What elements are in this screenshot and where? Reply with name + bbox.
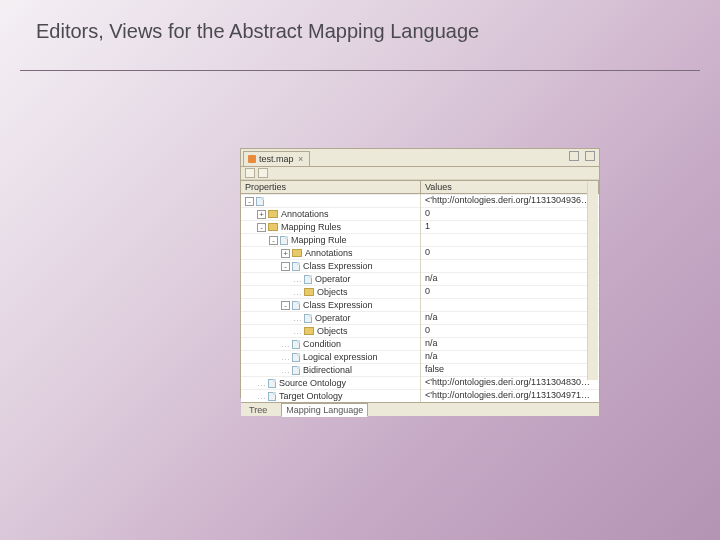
value-cell[interactable]: <'http://ontologies.deri.org/11313049361…: [421, 194, 599, 207]
file-icon: [292, 262, 300, 271]
value-cell[interactable]: n/a: [421, 350, 599, 363]
tree-guide: …: [257, 378, 268, 388]
tree-label: Objects: [317, 326, 348, 336]
tree-row[interactable]: …Target Ontology: [241, 389, 420, 402]
tab-tree[interactable]: Tree: [245, 404, 271, 416]
value-cell[interactable]: <'http://ontologies.deri.org/11313048300…: [421, 376, 599, 389]
value-cell[interactable]: <'http://ontologies.deri.org/11313049716…: [421, 389, 599, 402]
file-icon: [248, 155, 256, 163]
value-cell[interactable]: false: [421, 363, 599, 376]
tree-guide: …: [293, 326, 304, 336]
value-cell[interactable]: n/a: [421, 272, 599, 285]
value-cell[interactable]: 1: [421, 220, 599, 233]
tree-column: -+Annotations-Mapping Rules-Mapping Rule…: [241, 194, 421, 402]
value-cell[interactable]: [421, 233, 599, 246]
value-cell[interactable]: 0: [421, 285, 599, 298]
bottom-tabbar: Tree Mapping Language: [241, 402, 599, 416]
tree-guide: …: [281, 339, 292, 349]
folder-icon: [304, 288, 314, 296]
minimize-icon[interactable]: [569, 151, 579, 161]
tree-row[interactable]: …Operator: [241, 272, 420, 285]
folder-icon: [268, 223, 278, 231]
tree-row[interactable]: …Condition: [241, 337, 420, 350]
tree-label: Class Expression: [303, 300, 373, 310]
property-grid: Properties Values -+Annotations-Mapping …: [241, 180, 599, 402]
column-header-properties[interactable]: Properties: [241, 181, 421, 194]
tree-row[interactable]: +Annotations: [241, 207, 420, 220]
editor-tab-testmap[interactable]: test.map ×: [243, 151, 310, 166]
value-cell[interactable]: 0: [421, 246, 599, 259]
toolbar: [241, 167, 599, 180]
tree-row[interactable]: -Class Expression: [241, 259, 420, 272]
folder-icon: [292, 249, 302, 257]
tree-label: Logical expression: [303, 352, 378, 362]
tree-label: Class Expression: [303, 261, 373, 271]
tree-label: Source Ontology: [279, 378, 346, 388]
toolbar-button[interactable]: [258, 168, 268, 178]
tree-row[interactable]: -Mapping Rule: [241, 233, 420, 246]
maximize-icon[interactable]: [585, 151, 595, 161]
tree-guide: …: [293, 287, 304, 297]
tab-mapping-language[interactable]: Mapping Language: [281, 403, 368, 417]
tree-label: Condition: [303, 339, 341, 349]
collapse-icon[interactable]: -: [281, 262, 290, 271]
file-icon: [304, 275, 312, 284]
expand-icon[interactable]: +: [281, 249, 290, 258]
tree-guide: …: [281, 352, 292, 362]
file-icon: [304, 314, 312, 323]
file-icon: [280, 236, 288, 245]
tree-label: Annotations: [305, 248, 353, 258]
tree-label: Operator: [315, 274, 351, 284]
column-header-values[interactable]: Values: [421, 181, 599, 194]
file-icon: [292, 340, 300, 349]
file-icon: [256, 197, 264, 206]
tree-row[interactable]: …Operator: [241, 311, 420, 324]
tree-label: Operator: [315, 313, 351, 323]
file-icon: [268, 392, 276, 401]
divider: [20, 70, 700, 71]
slide-title: Editors, Views for the Abstract Mapping …: [36, 20, 479, 43]
folder-icon: [268, 210, 278, 218]
tree-row[interactable]: -Class Expression: [241, 298, 420, 311]
editor-tab-label: test.map: [259, 154, 294, 164]
tree-guide: …: [281, 365, 292, 375]
close-icon[interactable]: ×: [297, 155, 305, 163]
value-cell[interactable]: 0: [421, 324, 599, 337]
expand-icon[interactable]: +: [257, 210, 266, 219]
tree-row[interactable]: +Annotations: [241, 246, 420, 259]
editor-tabbar: test.map ×: [241, 149, 599, 167]
tree-row[interactable]: …Source Ontology: [241, 376, 420, 389]
tree-label: Bidirectional: [303, 365, 352, 375]
tree-row[interactable]: …Bidirectional: [241, 363, 420, 376]
tree-row[interactable]: …Objects: [241, 324, 420, 337]
value-cell[interactable]: 0: [421, 207, 599, 220]
tree-label: Objects: [317, 287, 348, 297]
collapse-icon[interactable]: -: [245, 197, 254, 206]
file-icon: [292, 301, 300, 310]
tree-guide: …: [293, 274, 304, 284]
file-icon: [268, 379, 276, 388]
tree-row[interactable]: …Objects: [241, 285, 420, 298]
tree-label: Target Ontology: [279, 391, 343, 401]
value-cell[interactable]: n/a: [421, 337, 599, 350]
value-cell[interactable]: n/a: [421, 311, 599, 324]
tree-label: Mapping Rule: [291, 235, 347, 245]
values-column: <'http://ontologies.deri.org/11313049361…: [421, 194, 599, 402]
editor-panel: test.map × Properties Values -+Annotatio…: [240, 148, 600, 398]
window-controls: [569, 151, 595, 161]
value-cell[interactable]: [421, 298, 599, 311]
collapse-icon[interactable]: -: [257, 223, 266, 232]
file-icon: [292, 366, 300, 375]
file-icon: [292, 353, 300, 362]
tree-label: Mapping Rules: [281, 222, 341, 232]
scrollbar[interactable]: [587, 182, 598, 380]
toolbar-button[interactable]: [245, 168, 255, 178]
tree-row[interactable]: …Logical expression: [241, 350, 420, 363]
value-cell[interactable]: [421, 259, 599, 272]
folder-icon: [304, 327, 314, 335]
collapse-icon[interactable]: -: [281, 301, 290, 310]
tree-row[interactable]: -Mapping Rules: [241, 220, 420, 233]
tree-label: Annotations: [281, 209, 329, 219]
tree-row[interactable]: -: [241, 194, 420, 207]
collapse-icon[interactable]: -: [269, 236, 278, 245]
